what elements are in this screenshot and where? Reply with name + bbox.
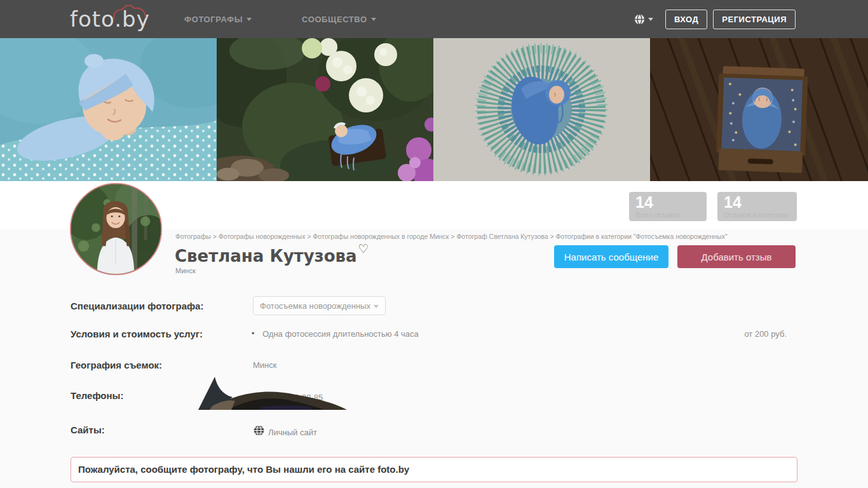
specialization-selected-value: Фотосъемка новорожденных — [260, 301, 370, 311]
nav-item-community[interactable]: СООБЩЕСТВО — [302, 0, 376, 38]
reviews-total-badge: 14 Всего отзывов — [629, 192, 707, 221]
hero-photo-garden-basket — [217, 38, 433, 181]
geography-value: Минск — [253, 360, 276, 370]
specialization-select[interactable]: Фотосъемка новорожденных — [253, 296, 386, 315]
hero-photo-teal-nest — [433, 38, 650, 181]
notice-text: Пожалуйста, сообщите фотографу, что Вы н… — [78, 458, 409, 482]
personal-site-link[interactable]: Личный сайт — [268, 428, 317, 437]
register-button[interactable]: РЕГИСТРАЦИЯ — [713, 10, 796, 29]
conditions-label: Условия и стоимость услуг: — [71, 329, 203, 339]
condition-item: Одна фотосессия длительностью 4 часа — [262, 329, 419, 339]
site-logo[interactable]: foto.by — [70, 4, 159, 36]
avatar-portrait — [71, 184, 161, 274]
nav-item-photographers[interactable]: ФОТОГРАФЫ — [184, 0, 252, 38]
chevron-down-icon — [648, 18, 653, 21]
specializations-label: Специализации фотографа: — [71, 301, 203, 311]
hero-photo-wooden-crib — [650, 38, 868, 181]
globe-icon — [634, 14, 645, 25]
sites-label: Сайты: — [71, 424, 105, 435]
notice-box: Пожалуйста, сообщите фотографу, что Вы н… — [71, 457, 797, 482]
login-button[interactable]: ВХОД — [665, 10, 707, 29]
page-title: Светлана Кутузова♡ — [175, 241, 369, 266]
photographer-avatar[interactable] — [70, 183, 162, 275]
add-review-button[interactable]: Добавить отзыв — [677, 245, 796, 268]
condition-price: от 200 руб. — [744, 329, 787, 339]
hero-gallery — [0, 38, 868, 181]
reviews-total-count: 14 — [635, 194, 700, 211]
hero-photo-newborn-blue-hat — [0, 38, 217, 181]
breadcrumb[interactable]: Фотографы > Фотографы новорожденных > Фо… — [175, 233, 747, 240]
chevron-down-icon — [374, 305, 379, 308]
send-message-button[interactable]: Написать сообщение — [554, 245, 668, 268]
photographer-name: Светлана Кутузова — [175, 247, 357, 266]
globe-icon — [254, 425, 264, 436]
partial-image-artifact — [191, 373, 353, 410]
phones-label: Телефоны: — [71, 390, 123, 401]
navbar-right-group: ВХОД РЕГИСТРАЦИЯ — [634, 0, 796, 38]
geography-label: География съемок: — [71, 360, 162, 370]
bullet-icon: • — [252, 329, 254, 338]
favorite-heart-icon[interactable]: ♡ — [358, 241, 369, 255]
reviews-category-badge: 14 Отзывов в категории — [717, 192, 797, 221]
photographer-city: Минск — [175, 267, 196, 274]
reviews-category-count: 14 — [724, 194, 790, 211]
top-navbar: foto.by ФОТОГРАФЫ СООБЩЕСТВО ВХОД Р — [0, 0, 868, 38]
chevron-down-icon — [371, 18, 376, 21]
camera-outline-icon — [112, 4, 147, 20]
reviews-total-label: Всего отзывов — [635, 211, 700, 219]
language-dropdown[interactable] — [634, 14, 653, 25]
reviews-category-label: Отзывов в категории — [724, 211, 790, 219]
photographer-profile-page: foto.by ФОТОГРАФЫ СООБЩЕСТВО ВХОД Р — [0, 0, 868, 488]
nav-item-photographers-label: ФОТОГРАФЫ — [184, 15, 243, 24]
nav-item-community-label: СООБЩЕСТВО — [302, 15, 367, 24]
chevron-down-icon — [247, 18, 252, 21]
